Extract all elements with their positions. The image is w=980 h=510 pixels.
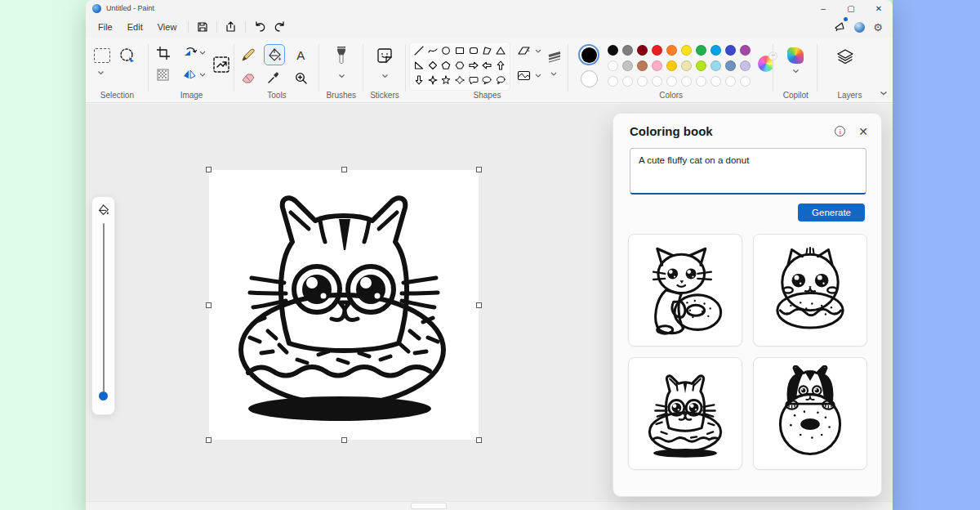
shape-oval-icon[interactable] (439, 44, 453, 56)
color-swatch[interactable] (710, 60, 721, 71)
size-slider-thumb[interactable] (99, 391, 108, 400)
menu-file[interactable]: File (91, 20, 120, 34)
settings-gear-icon[interactable]: ⚙ (873, 21, 883, 34)
maximize-button[interactable]: ▢ (837, 0, 865, 16)
canvas[interactable] (209, 170, 479, 440)
color-swatch[interactable] (666, 60, 677, 71)
shape-diamond-icon[interactable] (426, 59, 440, 71)
empty-color-swatch[interactable] (637, 76, 648, 87)
color-swatch[interactable] (681, 45, 692, 56)
shape-polygon-icon[interactable] (480, 44, 494, 56)
outline-chevron[interactable] (535, 49, 541, 53)
color-swatch[interactable] (725, 60, 736, 71)
selection-handle-ne[interactable] (476, 167, 482, 172)
empty-color-swatch[interactable] (725, 76, 736, 87)
flip-icon[interactable] (183, 69, 196, 80)
shape-fill-icon[interactable] (517, 70, 531, 81)
prompt-input[interactable]: A cute fluffy cat on a donut (630, 148, 866, 195)
shape-hexagon-icon[interactable] (453, 59, 467, 71)
selection-handle-n[interactable] (341, 167, 347, 172)
close-button[interactable]: ✕ (865, 0, 893, 16)
stickers-chevron[interactable] (381, 74, 389, 78)
shape-outline-icon[interactable] (517, 46, 531, 56)
menu-view[interactable]: View (150, 20, 185, 34)
fill-tool-icon[interactable] (264, 44, 285, 65)
layers-icon[interactable] (835, 47, 855, 67)
shape-pentagon-icon[interactable] (439, 59, 453, 71)
text-tool-icon[interactable]: A (292, 46, 310, 64)
color-swatch[interactable] (652, 60, 662, 71)
color-swatch[interactable] (710, 45, 721, 56)
selection-handle-w[interactable] (206, 302, 212, 308)
shape-cloud-callout-icon[interactable] (493, 74, 507, 86)
color-swatch[interactable] (740, 45, 751, 56)
generated-image-1[interactable] (628, 234, 742, 347)
edit-colors-wheel-icon[interactable] (758, 56, 774, 72)
generated-image-4[interactable] (753, 357, 867, 470)
shape-six-point-star-icon[interactable] (453, 74, 467, 86)
empty-color-swatch[interactable] (622, 76, 633, 87)
rectangle-select-icon[interactable] (94, 48, 110, 63)
color2-swatch[interactable] (581, 70, 598, 87)
empty-color-swatch[interactable] (608, 76, 618, 87)
shape-arrow-right-icon[interactable] (466, 59, 480, 71)
color1-swatch[interactable] (578, 44, 599, 65)
selection-handle-sw[interactable] (206, 437, 212, 443)
shape-line-icon[interactable] (412, 44, 426, 56)
shape-right-triangle-icon[interactable] (412, 59, 426, 71)
panel-close-icon[interactable]: ✕ (858, 126, 868, 137)
stroke-width-icon[interactable] (546, 51, 563, 65)
selection-handle-nw[interactable] (206, 167, 212, 172)
redo-icon[interactable] (270, 19, 289, 35)
magnifier-tool-icon[interactable] (292, 69, 310, 87)
color-swatch[interactable] (608, 45, 618, 56)
shape-rounded-callout-icon[interactable] (466, 74, 480, 86)
color-swatch[interactable] (622, 60, 633, 71)
feedback-icon[interactable] (834, 20, 846, 34)
shape-oval-callout-icon[interactable] (480, 74, 494, 86)
shape-rounded-rectangle-icon[interactable] (466, 44, 480, 56)
empty-color-swatch[interactable] (696, 76, 706, 87)
free-select-icon[interactable] (118, 47, 136, 65)
selection-handle-se[interactable] (476, 437, 482, 443)
color-swatch[interactable] (637, 45, 648, 56)
minimize-button[interactable]: – (809, 0, 837, 16)
empty-color-swatch[interactable] (652, 76, 662, 87)
share-icon[interactable] (221, 19, 241, 35)
color-swatch[interactable] (681, 60, 692, 71)
shape-arrow-up-icon[interactable] (493, 59, 507, 71)
eyedropper-tool-icon[interactable] (264, 69, 282, 87)
size-slider-track[interactable] (103, 223, 105, 396)
color-swatch[interactable] (608, 60, 618, 71)
eraser-tool-icon[interactable] (239, 69, 257, 87)
brush-icon[interactable] (334, 46, 349, 65)
shape-arrow-down-icon[interactable] (412, 74, 426, 86)
generate-button[interactable]: Generate (798, 204, 865, 221)
generated-image-2[interactable] (753, 234, 867, 347)
color-swatch[interactable] (696, 45, 706, 56)
empty-color-swatch[interactable] (740, 76, 751, 87)
color-swatch[interactable] (740, 60, 751, 71)
shape-five-point-star-icon[interactable] (439, 74, 453, 86)
selection-dropdown-chevron[interactable] (97, 70, 105, 75)
resize-icon[interactable] (212, 56, 230, 74)
shape-four-point-star-icon[interactable] (426, 74, 440, 86)
selection-handle-e[interactable] (476, 302, 482, 308)
shape-arrow-left-icon[interactable] (480, 59, 494, 71)
stroke-width-chevron[interactable] (550, 72, 557, 76)
color-swatch[interactable] (637, 60, 648, 71)
account-globe-icon[interactable] (854, 22, 865, 33)
shape-rectangle-icon[interactable] (453, 44, 467, 56)
menu-edit[interactable]: Edit (120, 20, 150, 34)
selection-handle-s[interactable] (341, 437, 347, 443)
pencil-tool-icon[interactable] (239, 46, 257, 64)
empty-color-swatch[interactable] (666, 76, 677, 87)
undo-icon[interactable] (250, 19, 270, 35)
info-icon[interactable]: i (835, 126, 845, 136)
save-icon[interactable] (193, 19, 212, 35)
generated-image-3[interactable] (628, 357, 742, 470)
shape-curve-icon[interactable] (426, 44, 440, 56)
sticker-icon[interactable] (376, 47, 393, 64)
brushes-chevron[interactable] (338, 74, 345, 78)
color-swatch[interactable] (622, 45, 633, 56)
